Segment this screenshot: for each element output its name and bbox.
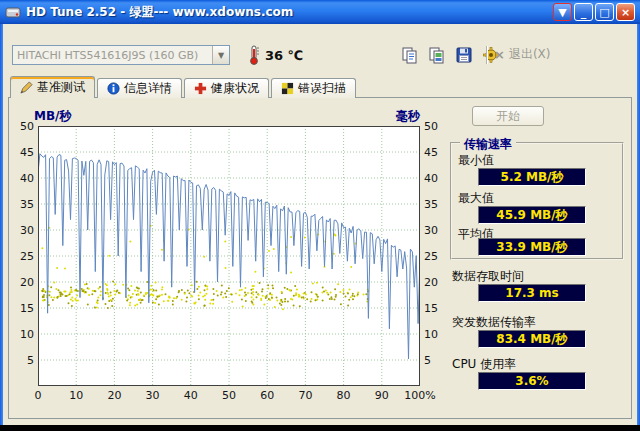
- y-tick-left: 20: [12, 276, 34, 289]
- y-tick-left: 35: [12, 198, 34, 211]
- close-button[interactable]: ×: [616, 3, 635, 21]
- y-tick-right: 35: [424, 198, 452, 211]
- y-tick-right: 50: [424, 120, 452, 133]
- x-tick: 100%: [403, 389, 437, 402]
- y-tick-right: 45: [424, 146, 452, 159]
- y-tick-right: 20: [424, 276, 452, 289]
- y-tick-left: 25: [12, 250, 34, 263]
- y-axis-right-label: 毫秒: [360, 108, 420, 125]
- cpu-usage-value: 3.6%: [478, 372, 586, 390]
- tab-bar: 基准测试 信息详情 健康状况 错误扫描: [10, 76, 358, 98]
- window-title: HD Tune 2.52 - 绿盟--- www.xdowns.com: [26, 4, 553, 21]
- chevron-down-icon[interactable]: ▼: [212, 46, 229, 64]
- temperature-value: 36 ℃: [265, 48, 303, 63]
- exit-button[interactable]: × 退出(X): [494, 46, 551, 63]
- access-time-value: 17.3 ms: [478, 284, 586, 302]
- access-time-label: 数据存取时间: [452, 268, 524, 285]
- y-tick-left: 5: [12, 354, 34, 367]
- max-label: 最大值: [458, 190, 494, 207]
- x-tick: 70: [288, 389, 322, 402]
- x-tick: 60: [250, 389, 284, 402]
- avg-value: 33.9 MB/秒: [478, 238, 586, 256]
- start-button[interactable]: 开始: [472, 106, 544, 126]
- download-button[interactable]: ▼: [553, 3, 572, 21]
- app-icon: [5, 4, 21, 20]
- window-border-bottom: [0, 425, 640, 431]
- titlebar-buttons: ▼ _ □ ×: [553, 3, 635, 21]
- tab-health[interactable]: 健康状况: [184, 78, 269, 98]
- x-tick: 10: [59, 389, 93, 402]
- copy-text-button[interactable]: [398, 44, 422, 66]
- exit-label: 退出(X): [509, 46, 551, 63]
- tab-benchmark-label: 基准测试: [37, 79, 85, 96]
- thermometer-icon: [248, 45, 260, 65]
- tab-health-label: 健康状况: [211, 80, 259, 97]
- x-tick: 30: [136, 389, 170, 402]
- tab-error-scan[interactable]: 错误扫描: [271, 78, 356, 98]
- benchmark-chart: MB/秒 毫秒 50454035302520151055045403530252…: [10, 104, 455, 404]
- burst-rate-label: 突发数据传输率: [452, 314, 536, 331]
- y-tick-right: 30: [424, 224, 452, 237]
- y-tick-left: 30: [12, 224, 34, 237]
- benchmark-icon: [20, 81, 33, 94]
- y-tick-right: 5: [424, 354, 452, 367]
- x-tick: 40: [174, 389, 208, 402]
- save-icon: [455, 46, 473, 64]
- health-cross-icon: [194, 82, 207, 95]
- tab-benchmark[interactable]: 基准测试: [10, 76, 95, 98]
- min-value: 5.2 MB/秒: [478, 168, 586, 186]
- y-tick-right: 25: [424, 250, 452, 263]
- burst-rate-value: 83.4 MB/秒: [478, 330, 586, 348]
- cpu-usage-label: CPU 使用率: [452, 356, 516, 373]
- info-icon: [107, 82, 120, 95]
- hd-tune-window: HD Tune 2.52 - 绿盟--- www.xdowns.com ▼ _ …: [0, 0, 640, 431]
- temperature-indicator: 36 ℃: [248, 45, 303, 65]
- y-tick-left: 50: [12, 120, 34, 133]
- y-tick-right: 10: [424, 328, 452, 341]
- toolbar-separator: [486, 46, 488, 64]
- plot-canvas: [38, 126, 420, 386]
- copy-image-button[interactable]: [425, 44, 449, 66]
- x-tick: 50: [212, 389, 246, 402]
- tab-info[interactable]: 信息详情: [97, 78, 182, 98]
- window-border-left: [0, 0, 3, 425]
- y-tick-left: 10: [12, 328, 34, 341]
- titlebar: HD Tune 2.52 - 绿盟--- www.xdowns.com ▼ _ …: [0, 0, 640, 24]
- y-tick-left: 45: [12, 146, 34, 159]
- x-tick: 90: [365, 389, 399, 402]
- minimize-button[interactable]: _: [574, 3, 593, 21]
- tab-error-scan-label: 错误扫描: [298, 80, 346, 97]
- maximize-button[interactable]: □: [595, 3, 614, 21]
- x-tick: 0: [21, 389, 55, 402]
- x-tick: 20: [97, 389, 131, 402]
- y-tick-right: 15: [424, 302, 452, 315]
- y-tick-left: 40: [12, 172, 34, 185]
- copy-image-icon: [428, 46, 446, 64]
- exit-x-icon: ×: [494, 47, 505, 62]
- copy-text-icon: [401, 46, 419, 64]
- error-scan-icon: [281, 82, 294, 95]
- save-button[interactable]: [452, 44, 476, 66]
- y-tick-left: 15: [12, 302, 34, 315]
- drive-select[interactable]: HITACHI HTS541616J9S (160 GB) ▼: [12, 45, 230, 65]
- max-value: 45.9 MB/秒: [478, 206, 586, 224]
- min-label: 最小值: [458, 152, 494, 169]
- y-axis-left-label: MB/秒: [34, 108, 71, 125]
- y-tick-right: 40: [424, 172, 452, 185]
- tab-info-label: 信息详情: [124, 80, 172, 97]
- transfer-rate-group-title: 传输速率: [460, 136, 516, 153]
- drive-select-value: HITACHI HTS541616J9S (160 GB): [13, 49, 212, 62]
- x-tick: 80: [327, 389, 361, 402]
